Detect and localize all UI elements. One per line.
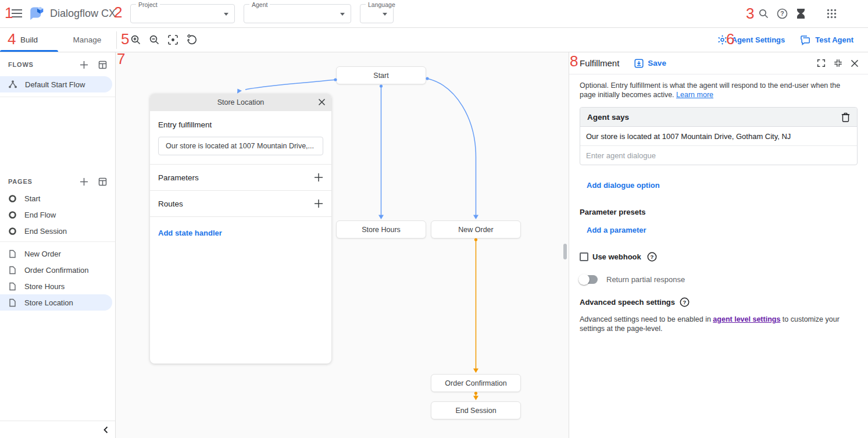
page-item-label: Store Hours [24, 282, 65, 291]
parameter-presets-label: Parameter presets [580, 208, 858, 216]
add-route-icon[interactable] [314, 199, 323, 208]
flow-canvas[interactable]: Start Store Hours New Order Order Confir… [116, 52, 569, 438]
node-store-hours[interactable]: Store Hours [336, 220, 426, 238]
node-new-order[interactable]: New Order [431, 220, 521, 238]
close-panel-icon[interactable] [851, 59, 859, 67]
routes-label: Routes [158, 200, 183, 208]
chevron-down-icon [224, 13, 228, 16]
page-item-label: End Flow [24, 211, 56, 219]
advanced-settings-note: Advanced settings need to be enabled in … [580, 315, 855, 333]
use-webhook-checkbox[interactable] [580, 252, 588, 261]
hourglass-icon[interactable] [796, 8, 806, 22]
tab-manage-label: Manage [73, 35, 102, 44]
node-end-session[interactable]: End Session [431, 401, 521, 419]
flows-list-view-icon[interactable] [98, 60, 107, 69]
add-page-icon[interactable] [80, 177, 88, 186]
flow-toolbar: Build Manage [0, 28, 868, 52]
svg-text:?: ? [683, 299, 687, 305]
pages-divider [0, 241, 115, 242]
learn-more-link[interactable]: Learn more [676, 91, 713, 99]
tab-manage[interactable]: Manage [58, 28, 116, 52]
agent-dialogue-input[interactable] [580, 146, 857, 165]
store-location-panel-header[interactable]: Store Location [150, 94, 331, 111]
pages-section: PAGES Start End Flow End Session [0, 173, 115, 311]
node-order-confirmation[interactable]: Order Confirmation [431, 374, 521, 392]
center-focus-icon[interactable] [167, 34, 178, 48]
fulfillment-header: Fulfillment Save [569, 52, 868, 74]
pages-list-view-icon[interactable] [98, 177, 107, 186]
webhook-help-icon[interactable]: ? [647, 252, 657, 262]
note-text: Advanced settings need to be enabled in [580, 315, 713, 323]
search-icon[interactable] [758, 8, 769, 22]
node-label: Store Hours [362, 226, 401, 234]
close-icon[interactable] [318, 98, 326, 106]
node-label: New Order [458, 226, 493, 234]
sidebar-item-new-order[interactable]: New Order [0, 245, 115, 262]
sidebar-item-end-session[interactable]: End Session [0, 223, 115, 239]
zoom-in-icon[interactable] [130, 34, 141, 48]
sidebar-item-store-location[interactable]: Store Location [0, 294, 112, 311]
sidebar-item-order-confirmation[interactable]: Order Confirmation [0, 262, 115, 278]
project-select-label: Project [136, 1, 160, 8]
project-select[interactable]: Project [130, 4, 235, 23]
page-item-label: Start [24, 194, 40, 203]
save-button[interactable]: Save [634, 59, 666, 68]
delete-icon[interactable] [841, 112, 850, 122]
sidebar-footer [0, 421, 115, 438]
flows-section: FLOWS Default Start Flow [0, 52, 115, 97]
page-state-icon [8, 194, 17, 203]
tab-build[interactable]: Build [0, 28, 58, 52]
agent-settings-button[interactable]: Agent Settings [717, 35, 785, 45]
reset-view-icon[interactable] [186, 34, 197, 48]
sidebar-item-start[interactable]: Start [0, 190, 115, 206]
dialogflow-cx-app: Dialogflow CX Project Agent Language ? [0, 0, 868, 438]
advanced-speech-help-icon[interactable]: ? [680, 297, 690, 307]
add-a-parameter-button[interactable]: Add a parameter [587, 226, 646, 234]
sidebar: FLOWS Default Start Flow PAGES [0, 52, 116, 438]
return-partial-response-row: Return partial response [580, 275, 858, 284]
agent-level-settings-link[interactable]: agent level settings [713, 315, 780, 323]
page-file-icon [8, 298, 17, 307]
help-icon[interactable]: ? [777, 8, 788, 22]
chat-icon [800, 35, 810, 45]
entry-fulfillment-label: Entry fulfillment [158, 120, 323, 129]
language-select[interactable]: Language [360, 4, 394, 23]
test-agent-label: Test Agent [815, 35, 853, 44]
add-flow-icon[interactable] [80, 60, 88, 69]
return-partial-response-toggle[interactable] [580, 275, 598, 284]
flow-item-label: Default Start Flow [25, 80, 85, 89]
entry-fulfillment-textbox[interactable]: Our store is located at 1007 Mountain Dr… [158, 137, 323, 155]
node-start[interactable]: Start [336, 66, 426, 84]
chevron-down-icon [383, 13, 387, 16]
node-label: Start [373, 72, 388, 80]
sidebar-item-store-hours[interactable]: Store Hours [0, 278, 115, 294]
dialogflow-logo-icon [29, 5, 45, 23]
pages-header: PAGES [8, 178, 80, 185]
page-state-icon [8, 211, 17, 219]
zoom-out-icon[interactable] [149, 34, 160, 48]
language-select-label: Language [366, 1, 398, 8]
add-state-handler-button[interactable]: Add state handler [158, 229, 222, 237]
panel-drag-handle[interactable] [563, 244, 567, 259]
sidebar-item-default-start-flow[interactable]: Default Start Flow [0, 76, 112, 92]
agent-says-title: Agent says [587, 113, 841, 122]
collapse-sidebar-icon[interactable] [102, 426, 109, 434]
add-parameter-icon[interactable] [314, 173, 323, 182]
fulfillment-title: Fulfillment [580, 58, 619, 68]
agent-says-message[interactable]: Our store is located at 1007 Mountain Dr… [580, 127, 857, 146]
menu-icon[interactable] [12, 9, 22, 17]
page-file-icon [8, 266, 17, 275]
fullscreen-exit-icon[interactable] [834, 59, 842, 67]
agent-select[interactable]: Agent [244, 4, 351, 23]
save-label: Save [648, 59, 666, 67]
page-item-label: Order Confirmation [24, 266, 89, 275]
use-webhook-label: Use webhook [592, 252, 641, 261]
flows-header: FLOWS [8, 61, 80, 68]
test-agent-button[interactable]: Test Agent [800, 35, 853, 45]
sidebar-item-end-flow[interactable]: End Flow [0, 206, 115, 223]
apps-grid-icon[interactable] [826, 8, 837, 22]
chevron-down-icon [340, 13, 345, 16]
return-partial-response-label: Return partial response [606, 275, 685, 284]
fullscreen-icon[interactable] [817, 59, 826, 67]
add-dialogue-option-button[interactable]: Add dialogue option [587, 181, 660, 190]
